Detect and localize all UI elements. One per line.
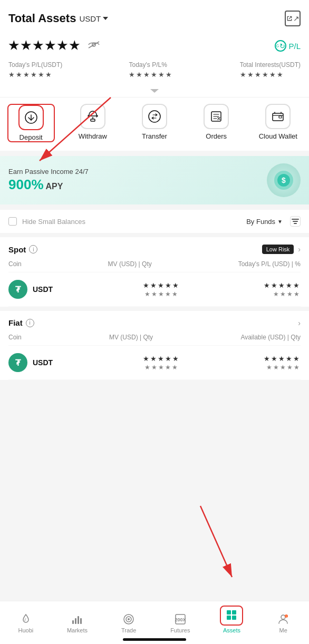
nav-trade-label: Trade [121, 627, 136, 633]
withdraw-button[interactable]: Withdraw [69, 104, 117, 142]
nav-markets[interactable]: Markets [59, 613, 95, 633]
stat-label-interests: Total Interests(USDT) [240, 61, 301, 69]
fiat-chevron-icon[interactable]: › [298, 319, 301, 327]
spot-usdt-pl-sub: ★★★★ [258, 290, 301, 298]
hidden-balance: ★★★★★★ [8, 39, 81, 53]
nav-me[interactable]: ! Me [265, 613, 302, 633]
nav-futures-label: Futures [170, 627, 190, 633]
stat-today-pl-pct: Today's P/L% ★★★★★★ [129, 61, 173, 79]
fiat-usdt-avail-sub: ★★★★★ [258, 364, 301, 371]
trade-icon [122, 613, 135, 626]
stat-today-pl-usdt: Today's P/L(USDT) ★★★★★★ [8, 61, 62, 79]
export-button[interactable] [285, 11, 301, 26]
assets-active-box [220, 606, 243, 626]
stat-value-pl-pct: ★★★★★★ [129, 71, 173, 79]
svg-rect-21 [80, 618, 82, 624]
fiat-usdt-avail: ★★★★★ ★★★★★ [258, 355, 301, 371]
low-risk-badge[interactable]: Low Risk [262, 245, 294, 254]
transfer-button[interactable]: Transfer [131, 104, 178, 142]
orders-icon-wrap [204, 104, 229, 129]
spot-usdt-name: USDT [33, 285, 64, 294]
spot-asset-row-usdt[interactable]: ₮ USDT ★★★★★ ★★★★★ ★★★★★ ★★★★ [8, 272, 301, 307]
toggle-visibility-button[interactable] [88, 41, 100, 52]
banner-apy-value: 900% [8, 177, 44, 193]
spot-title: Spot [8, 245, 26, 254]
cloud-wallet-icon-wrap [265, 104, 291, 129]
sort-icon-button[interactable] [290, 216, 301, 227]
export-icon [286, 14, 293, 23]
futures-icon: 200X [174, 613, 187, 626]
collapse-chevron-icon [150, 89, 159, 93]
svg-rect-27 [227, 610, 231, 614]
huobi-icon [20, 613, 32, 626]
spot-usdt-mv-main: ★★★★★ [64, 281, 258, 289]
nav-assets-label: Assets [223, 627, 240, 633]
pl-badge[interactable]: P/L [275, 40, 301, 52]
stat-value-interests: ★★★★★★ [240, 71, 301, 79]
deposit-button[interactable]: Deposit [7, 104, 55, 142]
svg-point-24 [128, 618, 130, 620]
fiat-col1-header: Coin [8, 334, 22, 341]
spot-section: Spot i Low Risk › Coin MV (USD) | Qty To… [0, 237, 309, 307]
eye-icon [88, 41, 100, 49]
withdraw-label: Withdraw [79, 132, 107, 140]
fiat-info-icon[interactable]: i [26, 319, 34, 327]
nav-assets[interactable]: Assets [213, 606, 250, 633]
pl-label: P/L [288, 42, 301, 51]
fiat-usdt-avail-main: ★★★★★ [258, 355, 301, 363]
orders-button[interactable]: Orders [192, 104, 240, 142]
cloud-wallet-icon [271, 110, 285, 123]
balance-row: ★★★★★★ P/L [8, 39, 301, 53]
nav-futures[interactable]: 200X Futures [162, 613, 199, 633]
collapse-handle[interactable] [0, 87, 309, 97]
fiat-usdt-mv-sub: ★★★★★ [64, 364, 258, 371]
svg-rect-30 [232, 616, 236, 620]
sort-by-funds-selector[interactable]: By Funds ▼ [246, 218, 283, 226]
transfer-label: Transfer [142, 132, 167, 140]
header: Total Assets USDT [0, 0, 309, 34]
deposit-icon-wrap [18, 105, 44, 130]
stats-row: Today's P/L(USDT) ★★★★★★ Today's P/L% ★★… [8, 61, 301, 79]
svg-point-31 [281, 615, 285, 619]
cloud-wallet-button[interactable]: Cloud Wallet [254, 104, 302, 142]
hide-small-balances-checkbox[interactable] [8, 217, 17, 226]
svg-text:200X: 200X [175, 617, 186, 622]
currency-selector[interactable]: USDT [79, 14, 108, 23]
assets-arrow [200, 506, 232, 577]
passive-income-banner[interactable]: Earn Passive Income 24/7 900% APY $ [0, 156, 309, 204]
nav-trade[interactable]: Trade [110, 613, 147, 633]
spot-info-icon[interactable]: i [29, 245, 37, 253]
stat-label-pl-pct: Today's P/L% [129, 61, 173, 69]
spot-usdt-coin-icon: ₮ [8, 280, 27, 299]
spot-section-header: Spot i Low Risk › [8, 237, 301, 258]
home-indicator [123, 638, 186, 641]
fiat-asset-row-usdt[interactable]: ₮ USDT ★★★★★ ★★★★★ ★★★★★ ★★★★★ [8, 346, 301, 380]
fiat-col-headers: Coin MV (USD) | Qty Available (USD) | Qt… [8, 331, 301, 346]
pl-refresh-icon [275, 40, 286, 52]
sort-line-2 [293, 221, 298, 222]
sort-line-3 [294, 223, 297, 224]
me-icon: ! [277, 613, 289, 626]
page-title: Total Assets [8, 12, 76, 25]
currency-chevron-icon [103, 17, 108, 20]
stat-total-interests: Total Interests(USDT) ★★★★★★ [240, 61, 301, 79]
assets-icon [225, 609, 238, 621]
fiat-usdt-mv-main: ★★★★★ [64, 355, 258, 363]
spot-col-headers: Coin MV (USD) | Qty Today's P/L (USD) | … [8, 258, 301, 272]
actions-row: Deposit Withdraw [0, 97, 309, 151]
spot-col3-header: Today's P/L (USD) | % [238, 260, 301, 268]
stat-value-pl-usdt: ★★★★★★ [8, 71, 62, 79]
svg-rect-3 [91, 119, 95, 121]
svg-rect-28 [232, 610, 236, 614]
banner-image: $ [267, 163, 301, 197]
sort-chevron-icon: ▼ [277, 219, 283, 225]
nav-huobi[interactable]: Huobi [7, 613, 44, 633]
banner-prefix-text: Earn Passive Income 24/7 [8, 168, 89, 175]
spot-chevron-icon[interactable]: › [298, 245, 301, 253]
fiat-usdt-name: USDT [33, 358, 64, 367]
svg-text:$: $ [282, 176, 286, 184]
currency-label: USDT [79, 14, 101, 23]
balance-section: ★★★★★★ P/L T [0, 34, 309, 87]
fiat-usdt-mv: ★★★★★ ★★★★★ [64, 355, 258, 371]
fiat-section: Fiat i › Coin MV (USD) | Qty Available (… [0, 311, 309, 380]
